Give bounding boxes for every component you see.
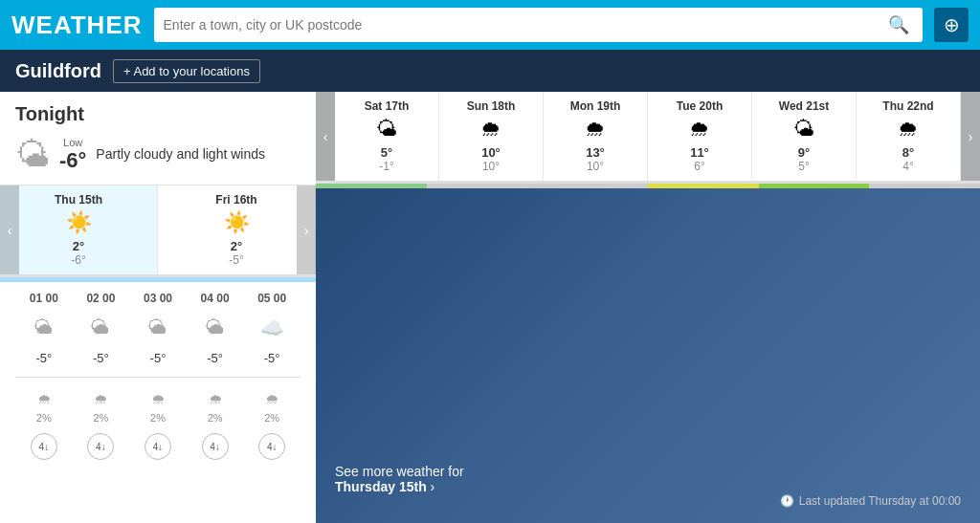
day-lo: 10° — [547, 160, 643, 173]
day-icon: 🌧 — [860, 117, 956, 142]
hour-temp-1: -5° — [15, 351, 73, 371]
extended-day-strip: ‹ Sat 17th 🌤 5° -1° Sun 18th 🌧 10° 10° M… — [316, 92, 980, 184]
day-icon: 🌧 — [547, 117, 643, 142]
low-temp-value: -6° — [59, 148, 86, 173]
day-lo: 5° — [756, 160, 852, 173]
wind-indicator: 4↓ — [258, 433, 285, 460]
hour-weather-icon: 🌥 — [129, 316, 187, 338]
hour-label: 03 00 — [129, 292, 187, 305]
day-tue20[interactable]: Tue 20th 🌧 11° 6° — [648, 92, 752, 181]
clock-icon: 🕐 — [780, 494, 794, 508]
chevron-right-icon: › — [431, 479, 435, 494]
location-bar: Guildford + Add to your locations — [0, 50, 980, 92]
hour-weather-icon: 🌥 — [15, 316, 73, 338]
tonight-description: Partly cloudy and light winds — [96, 145, 265, 164]
rain-drops-icon: 🌧 — [187, 391, 244, 406]
see-more-section: See more weather for Thursday 15th › — [335, 464, 961, 494]
hour-col-3: 03 00 — [129, 292, 187, 305]
hour-precip-1: 🌧 2% — [15, 385, 73, 424]
day-name: Thu 22nd — [860, 99, 956, 113]
day-lo: 6° — [652, 160, 747, 173]
hour-temp-2: -5° — [73, 351, 130, 371]
color-bar-2 — [158, 277, 316, 282]
hour-precip-value: 2% — [129, 412, 187, 424]
day-hi: 10° — [443, 145, 539, 160]
day-name: Wed 21st — [756, 99, 852, 113]
day-name: Sat 17th — [339, 99, 434, 113]
tonight-temp: Low -6° — [59, 137, 86, 173]
search-input[interactable] — [164, 17, 884, 33]
add-to-locations-button[interactable]: + Add to your locations — [113, 59, 260, 83]
day-hi: 5° — [339, 145, 434, 160]
hour-col-5: 05 00 — [243, 292, 301, 305]
search-button[interactable]: 🔍 — [884, 14, 913, 35]
logo: WEATHER — [11, 11, 143, 40]
hour-precip-3: 🌧 2% — [129, 385, 187, 424]
see-more-link[interactable]: Thursday 15th — [335, 479, 427, 494]
last-updated: 🕐 Last updated Thursday at 00:00 — [335, 494, 961, 508]
day-name: Sun 18th — [443, 99, 539, 113]
hour-precip-value: 2% — [187, 412, 244, 424]
color-bar-tue — [648, 184, 759, 188]
hour-precip-5: 🌧 2% — [243, 385, 301, 424]
hour-precip-value: 2% — [15, 412, 73, 424]
day-wed21[interactable]: Wed 21st 🌤 9° 5° — [752, 92, 857, 181]
next-day-arrow[interactable]: › — [297, 185, 316, 274]
hour-wind-5: 4↓ — [243, 429, 301, 460]
color-bar-sun — [427, 184, 538, 188]
crosshair-icon: ⊕ — [944, 13, 960, 36]
day-hi: 2° — [162, 239, 311, 253]
hour-label: 02 00 — [73, 292, 130, 305]
next-extended-arrow[interactable]: › — [961, 92, 980, 181]
day-icon: 🌤 — [756, 117, 852, 142]
hour-precip-2: 🌧 2% — [73, 385, 130, 424]
color-bars — [0, 277, 316, 282]
hour-temp-value: -5° — [187, 351, 244, 365]
day-item-thu15[interactable]: Thu 15th ☀️ 2° -6° — [0, 185, 158, 274]
day-mon19[interactable]: Mon 19th 🌧 13° 10° — [544, 92, 648, 181]
spacer — [335, 198, 961, 464]
hour-temp-3: -5° — [129, 351, 187, 371]
hour-label: 01 00 — [15, 292, 73, 305]
wind-indicator: 4↓ — [145, 433, 171, 460]
hour-temp-4: -5° — [187, 351, 244, 371]
day-item-fri16[interactable]: Fri 16th ☀️ 2° -5° — [158, 185, 316, 274]
day-thu22[interactable]: Thu 22nd 🌧 8° 4° — [857, 92, 961, 181]
current-location-button[interactable]: ⊕ — [934, 8, 969, 42]
rain-drops-icon: 🌧 — [15, 391, 73, 406]
extended-color-bars — [316, 184, 980, 188]
rain-drops-icon: 🌧 — [129, 391, 187, 406]
day-sat17[interactable]: Sat 17th 🌤 5° -1° — [335, 92, 439, 181]
hour-weather-icon: 🌥 — [187, 316, 244, 338]
hour-col-icon-3: 🌥 — [129, 311, 187, 345]
city-name: Guildford — [15, 60, 101, 82]
day-icon: ☀️ — [4, 210, 153, 235]
add-location-label: + Add to your locations — [123, 64, 250, 78]
tonight-title: Tonight — [15, 103, 301, 125]
last-updated-text: Last updated Thursday at 00:00 — [799, 494, 961, 508]
day-hi: 2° — [4, 239, 153, 253]
day-lo: -6° — [4, 253, 153, 267]
tonight-details: 🌤 Low -6° Partly cloudy and light winds — [15, 135, 301, 175]
day-lo: 4° — [860, 160, 956, 173]
hour-precip-value: 2% — [73, 412, 130, 424]
wind-indicator: 4↓ — [202, 433, 229, 460]
panels-row: Tonight 🌤 Low -6° Partly cloudy and ligh… — [0, 92, 980, 523]
day-strip: ‹ Thu 15th ☀️ 2° -6° Fri 16th ☀️ 2° -5° … — [0, 185, 316, 277]
day-hi: 13° — [547, 145, 643, 160]
day-lo: -1° — [339, 160, 434, 173]
prev-day-arrow[interactable]: ‹ — [0, 185, 19, 274]
hour-label: 04 00 — [187, 292, 244, 305]
day-sun18[interactable]: Sun 18th 🌧 10° 10° — [439, 92, 544, 181]
color-bar-sat — [316, 184, 427, 188]
day-name: Thu 15th — [4, 193, 153, 207]
hourly-section: 01 00 02 00 03 00 04 00 05 00 — [0, 282, 316, 475]
low-label: Low — [59, 137, 86, 148]
prev-extended-arrow[interactable]: ‹ — [316, 92, 335, 181]
day-icon: ☀️ — [162, 210, 311, 235]
tonight-section: Tonight 🌤 Low -6° Partly cloudy and ligh… — [0, 92, 316, 185]
hour-icons-row: 🌥 🌥 🌥 🌥 ☁️ — [15, 311, 301, 345]
day-name: Mon 19th — [547, 99, 643, 113]
hour-precip-row: 🌧 2% 🌧 2% 🌧 2% 🌧 2% — [15, 385, 301, 424]
rain-drops-icon: 🌧 — [243, 391, 301, 406]
